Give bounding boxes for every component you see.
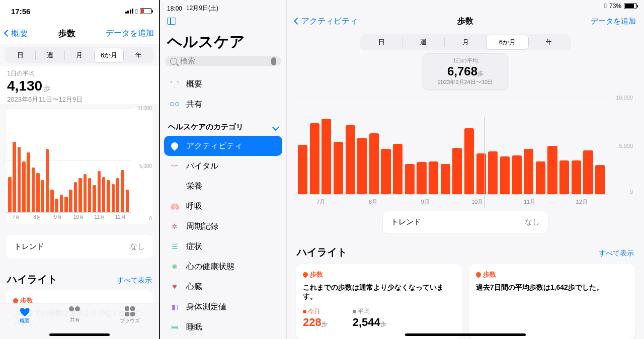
seg-day[interactable]: 日 [6,48,35,62]
chevron-left-icon [294,18,301,25]
add-data-button[interactable]: データを追加 [106,28,154,39]
marker-line [484,117,485,208]
y-tick: 0 [149,216,152,221]
flame-icon [302,271,309,278]
status-date: 12月9日(土) [186,4,218,13]
highlight-tag: 歩数 [303,270,455,279]
y-tick: 5,000 [139,163,152,169]
battery-icon [624,3,637,9]
seg-week[interactable]: 週 [36,48,65,62]
seg-month[interactable]: 月 [445,35,486,49]
home-indicator[interactable] [405,333,526,336]
tab-bar: 概要 共有 ブラウズ [0,303,159,339]
back-label: 概要 [11,28,28,39]
seg-6month[interactable]: 6か月 [95,48,124,62]
steps-chart-ipad[interactable]: 10,000 5,000 0 7月8月9月10月11月12月 [295,77,636,208]
category-section-header[interactable]: ヘルスケアのカテゴリ [160,116,286,134]
category-icon: ❀ [172,263,178,271]
summary-block: 1日の平均 4,130歩 2023年6月11日〜12月9日 [0,66,159,104]
marker-range: 2023年9月24日〜30日 [428,78,503,86]
category-icon: 〰 [171,162,178,170]
highlight-text: 過去7日間の平均歩数は1,642歩でした。 [476,283,628,292]
seg-month[interactable]: 月 [65,48,94,62]
seg-week[interactable]: 週 [403,35,444,49]
sidebar-item-7[interactable]: ♥心臓 [164,277,282,297]
home-indicator[interactable] [49,333,110,336]
heart-icon [19,306,30,316]
trend-row[interactable]: トレンド なし [6,235,153,259]
highlights-showall[interactable]: すべて表示 [599,249,634,258]
steps-chart-iphone[interactable]: 10,000 5,000 0 7月8月9月10月11月12月 [6,108,153,224]
sidebar-item-0[interactable]: アクティビティ [164,136,282,156]
marker-label: 1日の平均 [428,57,503,64]
category-icon: 🫁 [171,202,179,210]
tab-browse[interactable]: ブラウズ [120,306,140,339]
chevron-left-icon [4,30,11,37]
selection-marker: 1日の平均 6,768歩 2023年9月24日〜30日 [423,53,508,90]
highlight-card-2[interactable]: 歩数 過去7日間の平均歩数は1,642歩でした。 [469,264,635,339]
battery-icon [140,8,152,14]
search-field[interactable]: 検索 [165,56,281,66]
page-title: 歩数 [58,28,75,39]
trend-label: トレンド [14,242,44,251]
sidebar-item-10[interactable]: 👂聴覚 [164,337,282,339]
seg-day[interactable]: 日 [361,35,402,49]
highlights-header: ハイライト すべて表示 [0,259,159,290]
back-button[interactable]: 概要 [5,28,28,39]
add-data-button[interactable]: データを追加 [591,17,636,26]
range-segmented-control[interactable]: 日 週 月 6か月 年 [360,34,571,50]
sidebar-toggle-icon[interactable] [167,18,176,25]
range-segmented-control[interactable]: 日 週 月 6か月 年 [5,47,154,63]
search-icon [170,58,177,65]
main-navbar: アクティビティ 歩数 データを追加 [287,12,644,31]
sidebar-item-5[interactable]: ☰症状 [164,236,282,257]
sidebar-item-9[interactable]: 🛏睡眠 [164,317,282,337]
chart-bars [298,98,605,194]
sidebar-item-6[interactable]: ❀心の健康状態 [164,257,282,277]
stat-avg: 平均 2,544歩 [353,307,386,329]
marker-unit: 歩 [477,70,484,77]
sidebar-item-3[interactable]: 🫁呼吸 [164,196,282,216]
search-placeholder: 検索 [180,56,195,66]
trend-row[interactable]: トレンド なし [382,211,548,233]
status-time: 17:56 [11,7,30,16]
sidebar-top: 18:00 12月9日(土) [160,4,286,13]
wifi-icon: 􀙇 [604,2,607,10]
highlights-title: ハイライト [297,245,347,259]
iphone-panel: 17:56 􀙇 概要 歩数 データを追加 日 週 月 6か月 年 1日の平均 4… [0,0,160,339]
page-title: 歩数 [457,16,473,27]
iphone-navbar: 概要 歩数 データを追加 [0,22,159,44]
back-button[interactable]: アクティビティ [295,16,358,27]
flame-icon [475,271,482,278]
status-time: 18:00 [167,5,182,12]
cellular-icon [125,9,134,14]
seg-6month[interactable]: 6か月 [487,35,528,49]
mic-icon[interactable] [271,57,276,65]
sidebar-item-1[interactable]: 〰バイタル [164,156,282,176]
marker-value: 6,768 [447,64,477,78]
highlight-cards: 歩数 これまでの歩数は通常より少なくなっています。 今日 228歩 平均 2,5… [287,264,644,339]
sidebar-item-sharing[interactable]: 共有 [164,94,282,114]
category-icon [170,141,180,151]
highlights-showall[interactable]: すべて表示 [117,276,152,285]
wifi-icon: 􀙇 [135,8,138,15]
sidebar-item-2[interactable]: 栄養 [164,176,282,196]
summary-range: 2023年6月11日〜12月9日 [7,95,152,104]
seg-year[interactable]: 年 [124,48,153,62]
seg-year[interactable]: 年 [529,35,570,49]
category-icon: 🛏 [171,323,178,331]
highlight-tag: 歩数 [476,270,628,279]
highlights-header: ハイライト すべて表示 [287,233,644,264]
sidebar-item-summary[interactable]: 概要 [164,74,282,94]
summary-label: 1日の平均 [7,69,152,78]
sidebar-item-4[interactable]: ✲周期記録 [164,216,282,236]
tab-summary[interactable]: 概要 [19,306,30,339]
trend-value: なし [525,217,540,227]
x-axis: 7月8月9月10月11月12月 [295,198,608,206]
heart-outline-icon [170,80,179,88]
sidebar-item-8[interactable]: ◧身体測定値 [164,297,282,317]
highlight-card-1[interactable]: 歩数 これまでの歩数は通常より少なくなっています。 今日 228歩 平均 2,5… [296,264,462,339]
y-tick: 5,000 [619,143,633,149]
summary-unit: 歩 [43,84,50,92]
grid-icon [125,306,135,316]
